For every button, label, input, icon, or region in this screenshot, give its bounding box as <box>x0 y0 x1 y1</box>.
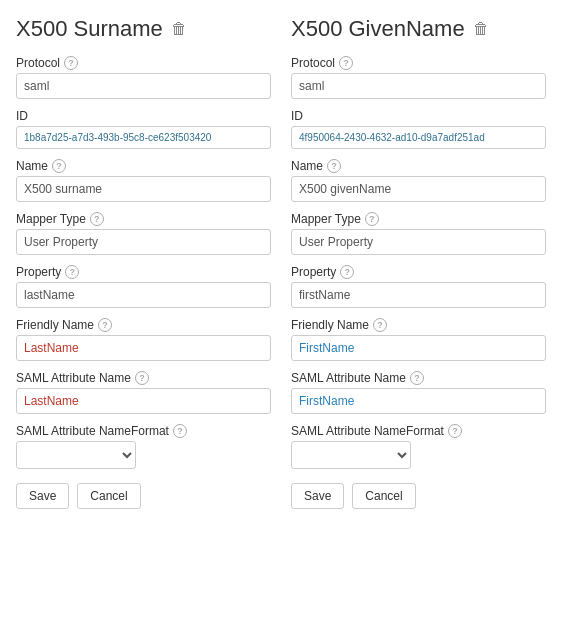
left-title-text: X500 Surname <box>16 16 163 42</box>
left-save-button[interactable]: Save <box>16 483 69 509</box>
left-name-label: Name ? <box>16 159 271 173</box>
right-mapper-type-input[interactable] <box>291 229 546 255</box>
right-friendly-name-label: Friendly Name ? <box>291 318 546 332</box>
left-saml-nameformat-help-icon[interactable]: ? <box>173 424 187 438</box>
right-save-button[interactable]: Save <box>291 483 344 509</box>
right-protocol-group: Protocol ? <box>291 56 546 99</box>
left-name-group: Name ? <box>16 159 271 202</box>
right-id-input[interactable] <box>291 126 546 149</box>
right-column: X500 GivenName 🗑 Protocol ? ID Name ? <box>291 16 546 509</box>
right-property-label: Property ? <box>291 265 546 279</box>
right-title-text: X500 GivenName <box>291 16 465 42</box>
left-saml-attr-name-input[interactable] <box>16 388 271 414</box>
left-protocol-group: Protocol ? <box>16 56 271 99</box>
left-mapper-type-label: Mapper Type ? <box>16 212 271 226</box>
left-mapper-type-group: Mapper Type ? <box>16 212 271 255</box>
left-property-label: Property ? <box>16 265 271 279</box>
left-id-group: ID <box>16 109 271 149</box>
left-mapper-type-input[interactable] <box>16 229 271 255</box>
right-cancel-button[interactable]: Cancel <box>352 483 415 509</box>
left-mapper-type-help-icon[interactable]: ? <box>90 212 104 226</box>
right-friendly-name-input[interactable] <box>291 335 546 361</box>
left-name-input[interactable] <box>16 176 271 202</box>
right-mapper-type-label: Mapper Type ? <box>291 212 546 226</box>
left-protocol-help-icon[interactable]: ? <box>64 56 78 70</box>
right-mapper-type-group: Mapper Type ? <box>291 212 546 255</box>
right-title: X500 GivenName 🗑 <box>291 16 546 42</box>
right-name-input[interactable] <box>291 176 546 202</box>
right-id-label: ID <box>291 109 546 123</box>
left-button-row: Save Cancel <box>16 483 271 509</box>
left-column: X500 Surname 🗑 Protocol ? ID Name ? <box>16 16 271 509</box>
right-name-help-icon[interactable]: ? <box>327 159 341 173</box>
right-saml-attr-name-help-icon[interactable]: ? <box>410 371 424 385</box>
left-property-input[interactable] <box>16 282 271 308</box>
left-saml-nameformat-select[interactable] <box>16 441 136 469</box>
right-protocol-help-icon[interactable]: ? <box>339 56 353 70</box>
right-property-help-icon[interactable]: ? <box>340 265 354 279</box>
left-saml-attr-name-help-icon[interactable]: ? <box>135 371 149 385</box>
left-friendly-name-input[interactable] <box>16 335 271 361</box>
right-saml-nameformat-select[interactable] <box>291 441 411 469</box>
right-saml-attr-name-input[interactable] <box>291 388 546 414</box>
right-id-group: ID <box>291 109 546 149</box>
left-property-help-icon[interactable]: ? <box>65 265 79 279</box>
right-button-row: Save Cancel <box>291 483 546 509</box>
left-friendly-name-group: Friendly Name ? <box>16 318 271 361</box>
left-friendly-name-help-icon[interactable]: ? <box>98 318 112 332</box>
right-saml-attr-name-group: SAML Attribute Name ? <box>291 371 546 414</box>
left-name-help-icon[interactable]: ? <box>52 159 66 173</box>
left-id-label: ID <box>16 109 271 123</box>
left-saml-nameformat-label: SAML Attribute NameFormat ? <box>16 424 271 438</box>
right-saml-nameformat-group: SAML Attribute NameFormat ? <box>291 424 546 469</box>
left-property-group: Property ? <box>16 265 271 308</box>
right-protocol-label: Protocol ? <box>291 56 546 70</box>
left-protocol-label: Protocol ? <box>16 56 271 70</box>
left-saml-attr-name-group: SAML Attribute Name ? <box>16 371 271 414</box>
right-saml-nameformat-label: SAML Attribute NameFormat ? <box>291 424 546 438</box>
right-protocol-input[interactable] <box>291 73 546 99</box>
left-friendly-name-label: Friendly Name ? <box>16 318 271 332</box>
left-trash-icon[interactable]: 🗑 <box>171 20 187 38</box>
right-name-label: Name ? <box>291 159 546 173</box>
left-saml-attr-name-label: SAML Attribute Name ? <box>16 371 271 385</box>
right-property-input[interactable] <box>291 282 546 308</box>
left-protocol-input[interactable] <box>16 73 271 99</box>
right-friendly-name-help-icon[interactable]: ? <box>373 318 387 332</box>
right-name-group: Name ? <box>291 159 546 202</box>
right-saml-nameformat-help-icon[interactable]: ? <box>448 424 462 438</box>
right-mapper-type-help-icon[interactable]: ? <box>365 212 379 226</box>
right-trash-icon[interactable]: 🗑 <box>473 20 489 38</box>
right-saml-attr-name-label: SAML Attribute Name ? <box>291 371 546 385</box>
right-property-group: Property ? <box>291 265 546 308</box>
left-title: X500 Surname 🗑 <box>16 16 271 42</box>
right-friendly-name-group: Friendly Name ? <box>291 318 546 361</box>
left-cancel-button[interactable]: Cancel <box>77 483 140 509</box>
left-id-input[interactable] <box>16 126 271 149</box>
left-saml-nameformat-group: SAML Attribute NameFormat ? <box>16 424 271 469</box>
